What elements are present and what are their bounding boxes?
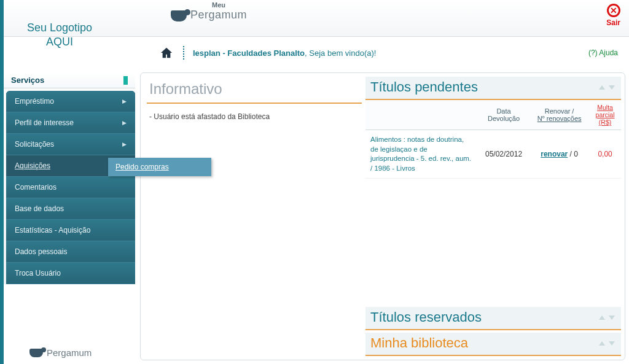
home-icon[interactable] [160, 47, 173, 59]
client-logo-placeholder: Seu Logotipo AQUI [27, 21, 92, 48]
col-fine: Multa parcial (R$) [589, 100, 621, 130]
brand-meu: Meu [190, 1, 247, 9]
welcome-text: , Seja bem vindo(a)! [305, 48, 376, 58]
right-column: Títulos pendentes Data Devolução Reno [365, 77, 621, 356]
pergamum-logo-icon [29, 349, 43, 357]
pergamum-logo-icon [171, 10, 187, 21]
org-name: Iesplan - Faculdades Planalto [193, 48, 305, 58]
sidebar-menu: Empréstimo ▶ Perfil de interesse ▶ Solic… [6, 91, 135, 284]
chevron-right-icon: ▶ [122, 98, 127, 104]
sidebar-header: Serviços [4, 72, 135, 88]
arrow-up-icon [599, 341, 605, 346]
col-date: Data Devolução [478, 100, 529, 130]
sidebar-item-perfil[interactable]: Perfil de interesse ▶ [6, 112, 135, 134]
mylib-title: Minha biblioteca [370, 335, 468, 351]
pending-title: Títulos pendentes [370, 79, 478, 95]
pending-table: Data Devolução Renovar / Nº renovações M… [365, 100, 621, 179]
top-header: Meu Pergamum ✕ Sair [4, 0, 629, 37]
close-icon: ✕ [607, 4, 620, 17]
reserved-title: Títulos reservados [370, 309, 482, 325]
renew-cell: renovar / 0 [529, 130, 589, 179]
separator-icon [183, 46, 184, 60]
info-column: Informativo - Usuário está afastado da B… [147, 77, 362, 356]
fine-value: 0,00 [589, 130, 621, 179]
sort-arrows[interactable] [598, 80, 616, 94]
arrow-up-icon [599, 316, 605, 320]
mylib-header[interactable]: Minha biblioteca [365, 333, 621, 356]
chevron-right-icon: ▶ [122, 141, 127, 147]
renew-count: 0 [574, 150, 578, 158]
col-title [365, 100, 478, 130]
sort-arrows[interactable] [598, 336, 616, 350]
sidebar-item-dados-pessoais[interactable]: Dados pessoais [6, 241, 135, 263]
arrow-down-icon [609, 341, 615, 346]
exit-label: Sair [606, 18, 620, 27]
info-body: - Usuário está afastado da Biblioteca [147, 104, 362, 130]
info-title: Informativo [147, 77, 362, 104]
exit-button[interactable]: ✕ Sair [606, 4, 620, 27]
pending-body: Data Devolução Renovar / Nº renovações M… [365, 100, 621, 203]
arrow-down-icon [609, 85, 615, 90]
sidebar-item-comentarios[interactable]: Comentarios [6, 177, 135, 198]
main-panel: Informativo - Usuário está afastado da B… [140, 72, 625, 360]
submenu-pedido-compras[interactable]: Pedido compras [108, 158, 211, 176]
sidebar-item-solicitacoes[interactable]: Solicitações ▶ [6, 134, 135, 155]
chevron-right-icon: ▶ [122, 120, 127, 126]
sidebar-item-troca-usuario[interactable]: Troca Usuário [6, 263, 135, 284]
sidebar-item-base-dados[interactable]: Base de dados [6, 198, 135, 220]
reserved-header[interactable]: Títulos reservados [365, 307, 621, 330]
brand-name: Pergamum [190, 9, 247, 21]
sidebar-item-emprestimo[interactable]: Empréstimo ▶ [6, 91, 135, 112]
renew-link[interactable]: renovar [541, 150, 568, 158]
item-title[interactable]: Alimentos : notas de doutrina, de legisl… [365, 130, 478, 179]
table-row: Alimentos : notas de doutrina, de legisl… [365, 130, 621, 179]
accent-bar-icon [123, 76, 128, 85]
welcome-bar: Iesplan - Faculdades Planalto , Seja bem… [154, 43, 624, 63]
sidebar: Serviços Empréstimo ▶ Perfil de interess… [4, 72, 135, 284]
pending-header: Títulos pendentes [365, 77, 621, 100]
arrow-down-icon [609, 316, 615, 320]
col-renew: Renovar / Nº renovações [529, 100, 589, 130]
help-link[interactable]: (?) Ajuda [588, 48, 618, 57]
brand: Meu Pergamum [171, 1, 247, 21]
arrow-up-icon [599, 85, 605, 90]
footer-brand: Pergamum [29, 347, 92, 358]
due-date: 05/02/2012 [478, 130, 529, 179]
sidebar-item-estatisticas[interactable]: Estatísticas - Aquisição [6, 220, 135, 241]
sort-arrows[interactable] [598, 311, 616, 324]
